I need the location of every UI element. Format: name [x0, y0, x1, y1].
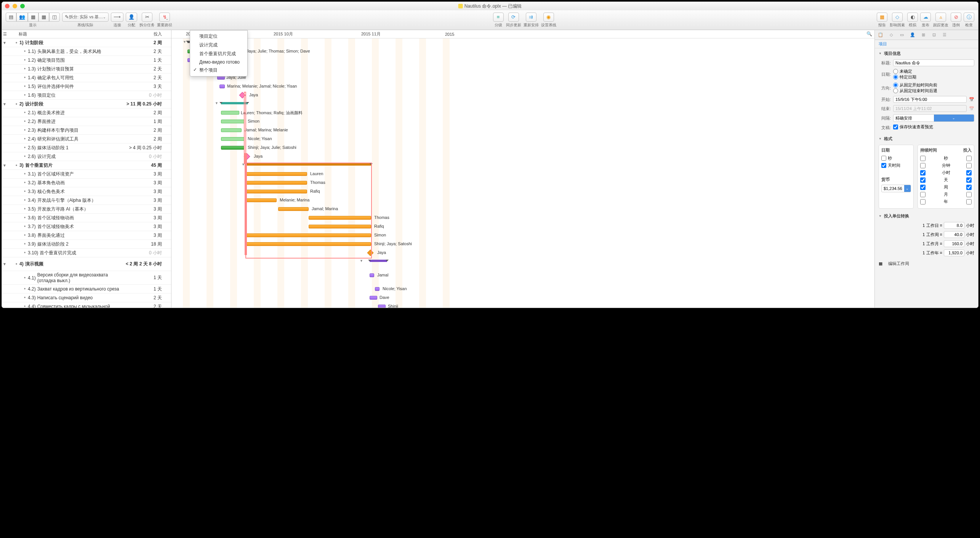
menu-item[interactable]: 项目定位: [190, 32, 247, 41]
start-date-input[interactable]: [893, 96, 967, 103]
task-row[interactable]: •2.3)构建样本引擎内项目2 周: [2, 126, 171, 135]
set-baseline-button[interactable]: ◉: [543, 13, 554, 22]
view-cal-button[interactable]: ▦: [38, 13, 49, 22]
gantt-bar[interactable]: [309, 216, 371, 220]
violations-button[interactable]: ⊘: [951, 13, 961, 22]
dur-sec-cb[interactable]: [920, 156, 926, 161]
task-row[interactable]: •2.2)界面推进1 周: [2, 117, 171, 126]
menu-item[interactable]: 设计完成: [190, 41, 247, 49]
calendar-icon[interactable]: 📅: [969, 97, 974, 102]
tab-project-icon[interactable]: 📋: [877, 32, 884, 38]
tab-milestone-icon[interactable]: ◇: [888, 32, 895, 38]
view-resource-button[interactable]: 👥: [16, 13, 28, 22]
section-format[interactable]: 格式: [879, 136, 974, 142]
publish-button[interactable]: ☁: [920, 13, 931, 22]
workmonth-input[interactable]: [944, 240, 964, 247]
split-task-button[interactable]: ✂: [142, 13, 152, 22]
task-row[interactable]: •4.2)Захват кадров из вертикального срез…: [2, 285, 171, 294]
gantt-bar[interactable]: [378, 305, 386, 308]
task-row[interactable]: •1.6)项目定位0 小时: [2, 91, 171, 100]
view-doc-button[interactable]: ▤: [6, 13, 16, 22]
task-row[interactable]: •3.5)开发敌方寻路 AI（基本）3 周: [2, 205, 171, 214]
gantt-disclosure[interactable]: ▼: [215, 101, 218, 105]
task-row[interactable]: •2.4)研究和评估测试工具2 周: [2, 135, 171, 144]
granularity-select[interactable]: 精确安排⌄: [893, 114, 974, 122]
dur-day-cb[interactable]: [920, 177, 926, 183]
col-effort[interactable]: 投入: [122, 31, 171, 37]
gantt-bar[interactable]: [221, 120, 245, 123]
task-row[interactable]: •1.3)计划预计项目预算2 天: [2, 65, 171, 73]
tab-task-icon[interactable]: ▭: [898, 32, 905, 38]
project-title-input[interactable]: [893, 59, 974, 66]
dur-hr-cb[interactable]: [920, 170, 926, 176]
eff-sec-cb[interactable]: [966, 156, 972, 161]
gantt-bar[interactable]: [221, 128, 242, 132]
col-title[interactable]: 标题: [8, 31, 122, 37]
task-row[interactable]: •3.3)核心角色美术3 周: [2, 187, 171, 196]
gantt-bar[interactable]: [246, 190, 307, 193]
factors-button[interactable]: ◇: [892, 13, 903, 22]
search-icon[interactable]: 🔍: [866, 31, 872, 37]
gantt-bar[interactable]: [370, 273, 374, 277]
baseline-dropdown[interactable]: ✎拆分: 实际 vs 基…⌄: [62, 13, 109, 22]
task-row[interactable]: •2.5)媒体活动阶段 1> 4 周 0.25 小时: [2, 144, 171, 152]
menu-item[interactable]: 整个项目: [190, 66, 247, 75]
section-project-info[interactable]: 项目信息: [879, 51, 974, 56]
quicklook-checkbox[interactable]: [893, 125, 898, 129]
gantt-bar[interactable]: [246, 198, 277, 202]
task-row[interactable]: ▼•3)首个垂直切片45 周: [2, 161, 171, 170]
sync-button[interactable]: ⟳: [508, 13, 519, 22]
eff-hr-cb[interactable]: [966, 170, 972, 176]
workday-input[interactable]: [944, 222, 964, 229]
edit-workweek-link[interactable]: 编辑工作周: [888, 261, 909, 267]
dur-min-cb[interactable]: [920, 163, 926, 168]
date-sec-checkbox[interactable]: [881, 156, 886, 161]
task-row[interactable]: •3.6)首个区域怪物动画3 周: [2, 214, 171, 222]
dur-yr-cb[interactable]: [920, 199, 926, 204]
task-row[interactable]: •1.1)头脑风暴主题，受众，美术风格2 天: [2, 47, 171, 56]
dir-backward-radio[interactable]: [893, 88, 898, 93]
gantt-bar[interactable]: [221, 146, 245, 150]
view-table-button[interactable]: ▦: [28, 13, 38, 22]
gantt-bar[interactable]: [246, 242, 371, 246]
task-row[interactable]: •4.4)Совместить кадры с музыкальной2 天: [2, 302, 171, 308]
connect-button[interactable]: ⟶: [111, 13, 123, 22]
outline-list[interactable]: ▼•1)计划阶段2 周•1.1)头脑风暴主题，受众，美术风格2 天•1.2)确定…: [2, 38, 171, 308]
eff-mo-cb[interactable]: [966, 192, 972, 197]
workweek-input[interactable]: [944, 231, 964, 238]
close-icon[interactable]: [5, 4, 10, 8]
eff-day-cb[interactable]: [966, 177, 972, 183]
currency-select[interactable]: $1,234.56⌄: [881, 185, 911, 192]
gantt-bar[interactable]: [246, 233, 371, 237]
view-network-button[interactable]: ◫: [49, 13, 60, 22]
task-row[interactable]: •1.5)评估并选择中间件3 天: [2, 82, 171, 91]
dir-forward-radio[interactable]: [893, 83, 898, 88]
dur-mo-cb[interactable]: [920, 192, 926, 197]
task-row[interactable]: ▼•4)演示视频< 2 周 2 天 8 小时: [2, 257, 171, 271]
section-conversion[interactable]: 投入单位转换: [879, 213, 974, 219]
simulate-button[interactable]: ◐: [907, 13, 918, 22]
task-row[interactable]: •3.7)首个区域怪物美术3 周: [2, 222, 171, 231]
task-row[interactable]: •3.2)基本角色动画3 周: [2, 179, 171, 187]
inspect-button[interactable]: ⓘ: [964, 13, 974, 22]
task-row[interactable]: •1.4)确定承包人可用性2 天: [2, 73, 171, 82]
task-row[interactable]: ▼•2)设计阶段> 11 周 0.25 小时: [2, 100, 171, 109]
workyear-input[interactable]: [944, 249, 964, 256]
task-row[interactable]: •2.6)设计完成0 小时: [2, 152, 171, 161]
gantt-bar[interactable]: [219, 85, 225, 88]
task-row[interactable]: •3.8)界面美化通过3 周: [2, 231, 171, 240]
task-row[interactable]: •4.1)Версия сборки для видеозахвата (отл…: [2, 271, 171, 285]
reschedule-button[interactable]: ⇉: [526, 13, 536, 22]
critical-path-menu[interactable]: 项目定位 设计完成 首个垂直切片完成 Демо-видео готово 整个项…: [190, 30, 248, 77]
gantt-disclosure[interactable]: ▼: [360, 259, 363, 263]
eff-wk-cb[interactable]: [966, 185, 972, 190]
gantt-bar[interactable]: [278, 207, 309, 211]
gantt-bar[interactable]: [375, 287, 380, 291]
gantt-pane[interactable]: 2015 9月 2015 10月 2015 11月 2015 🔍 项目定位 设计…: [171, 30, 874, 308]
assign-button[interactable]: 👤: [126, 13, 137, 22]
eff-yr-cb[interactable]: [966, 199, 972, 204]
gantt-bar[interactable]: [246, 172, 307, 176]
task-row[interactable]: •3.4)开发战斗引擎（Alpha 版本）3 周: [2, 196, 171, 205]
date-unspec-radio[interactable]: [893, 69, 898, 74]
gantt-bar[interactable]: [221, 111, 239, 115]
